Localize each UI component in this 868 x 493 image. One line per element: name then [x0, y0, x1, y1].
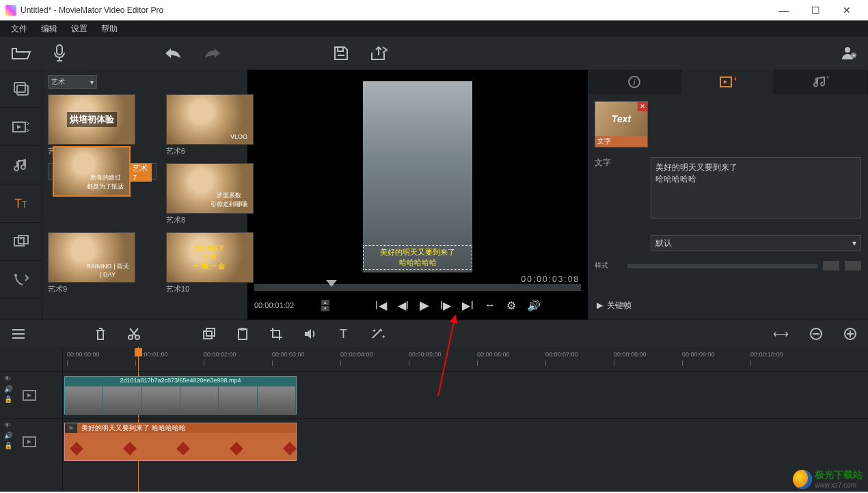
svg-rect-23: [241, 328, 245, 330]
text-clip[interactable]: fx 美好的明天又要到来了 哈哈哈哈哈: [64, 423, 297, 461]
text-effect-item[interactable]: Text ✕ 文字: [595, 101, 648, 147]
minimize-button[interactable]: —: [768, 0, 800, 20]
step-back-button[interactable]: ◀I: [398, 299, 409, 312]
account-button[interactable]: +: [841, 46, 857, 61]
save-button[interactable]: [334, 46, 349, 61]
style-value-box[interactable]: [823, 261, 839, 270]
template-item[interactable]: 所有的路过都是为了抵达艺术7: [48, 163, 157, 180]
audio-icon[interactable]: [303, 328, 317, 340]
video-track-header[interactable]: 👁🔊🔒: [0, 371, 62, 418]
ruler-tick: 00:00:07:00: [545, 351, 578, 358]
undo-button[interactable]: [164, 47, 182, 59]
skip-end-button[interactable]: ▶I: [462, 299, 473, 312]
eye-icon[interactable]: 👁: [4, 375, 12, 382]
playhead-icon[interactable]: [326, 280, 337, 287]
text-track-header[interactable]: 👁🔊🔒: [0, 418, 62, 464]
fit-button[interactable]: ↔: [485, 299, 496, 311]
keyframe-diamond-icon[interactable]: [176, 442, 190, 455]
ruler-tick: 00:00:06:00: [477, 351, 510, 358]
keyframe-diamond-icon[interactable]: [283, 442, 297, 455]
delete-button[interactable]: [94, 327, 107, 341]
svg-text:T: T: [14, 197, 22, 210]
rail-video-effects[interactable]: [0, 108, 42, 146]
lock-icon[interactable]: 🔒: [4, 395, 12, 403]
preview-canvas[interactable]: 美好的明天又要到来了 哈哈哈哈哈 00:00:03:08: [247, 70, 588, 284]
lock-icon[interactable]: 🔒: [4, 442, 12, 449]
tab-audio-fx[interactable]: ✦: [774, 70, 868, 94]
template-panel: 艺术▾ 烘培初体验艺术5VLOG艺术6所有的路过都是为了抵达艺术7罗里系数引你走…: [42, 70, 247, 320]
seekbar[interactable]: [254, 284, 581, 291]
menu-edit[interactable]: 编辑: [34, 23, 64, 35]
rail-text[interactable]: TT: [0, 184, 42, 223]
video-track[interactable]: 2d161a817b7a2c873f65e4820ee3e988.mp4: [63, 371, 868, 418]
rail-audio[interactable]: [0, 146, 42, 184]
window-title: Untitled* - MovieMator Video Editor Pro: [21, 5, 768, 15]
step-fwd-button[interactable]: I▶: [440, 299, 451, 312]
rail-media[interactable]: [0, 70, 42, 108]
redo-button[interactable]: [204, 47, 221, 59]
record-audio-button[interactable]: [53, 44, 66, 62]
zoom-out-button[interactable]: [809, 327, 823, 341]
close-button[interactable]: ✕: [831, 0, 863, 20]
menu-help[interactable]: 帮助: [94, 23, 124, 35]
open-button[interactable]: [11, 46, 31, 61]
zoom-in-button[interactable]: [843, 327, 857, 341]
text-tool-button[interactable]: T: [338, 328, 350, 340]
maximize-button[interactable]: ☐: [800, 0, 831, 20]
preset-select[interactable]: 默认▾: [651, 235, 861, 251]
template-item[interactable]: SUNNY七月一顺一会艺术10: [166, 232, 254, 294]
svg-text:T: T: [22, 200, 27, 210]
preview-panel: 美好的明天又要到来了 哈哈哈哈哈 00:00:03:08 00:00:01:02…: [247, 70, 588, 320]
menu-file[interactable]: 文件: [4, 23, 34, 35]
settings-gear-icon[interactable]: ⚙: [506, 299, 516, 312]
cut-button[interactable]: [127, 327, 141, 341]
template-item[interactable]: RAINING | 雨天 | DAY艺术9: [48, 232, 157, 294]
menu-settings[interactable]: 设置: [64, 23, 94, 35]
template-item[interactable]: VLOG艺术6: [166, 94, 254, 156]
timecode-spinner[interactable]: ▴▾: [321, 300, 329, 311]
keyframe-play-icon[interactable]: ▶: [597, 300, 603, 310]
keyframe-diamond-icon[interactable]: [123, 442, 137, 455]
remove-effect-button[interactable]: ✕: [638, 102, 647, 111]
video-frame: 美好的明天又要到来了 哈哈哈哈哈: [363, 81, 472, 272]
keyframe-diamond-icon[interactable]: [70, 442, 83, 455]
timeline-ruler[interactable]: 00:00:00:0000:00:01:0000:00:02:0000:00:0…: [63, 347, 868, 371]
properties-panel: i ✦ ✦ Text ✕ 文字 文字 美好的明天又要到来了哈哈哈哈哈 默认▾ 样…: [588, 70, 868, 320]
list-button[interactable]: [11, 328, 26, 339]
keyframe-button[interactable]: 关键帧: [607, 300, 632, 311]
text-input[interactable]: 美好的明天又要到来了哈哈哈哈哈: [651, 157, 861, 219]
keyframe-diamond-icon[interactable]: [230, 442, 243, 455]
ruler-tick: 00:00:04:00: [340, 351, 373, 358]
timeline-toolbar: T ✦✦ ⟷: [0, 320, 868, 347]
ruler-tick: 00:00:02:00: [204, 351, 236, 358]
svg-text:T: T: [340, 328, 347, 340]
subtitle-overlay[interactable]: 美好的明天又要到来了 哈哈哈哈哈: [363, 245, 472, 270]
export-button[interactable]: [370, 46, 388, 61]
fx-badge[interactable]: fx: [65, 423, 77, 433]
style-value-box2[interactable]: [845, 261, 861, 270]
volume-icon[interactable]: 🔊: [527, 299, 541, 312]
tab-video-fx[interactable]: ✦: [681, 70, 775, 94]
style-slider[interactable]: [627, 263, 817, 268]
copy-button[interactable]: [202, 328, 216, 340]
template-item[interactable]: 罗里系数引你走到哪哦艺术8: [166, 163, 254, 225]
magic-button[interactable]: ✦✦: [370, 328, 385, 340]
play-button[interactable]: ▶: [420, 298, 429, 313]
text-track[interactable]: fx 美好的明天又要到来了 哈哈哈哈哈: [63, 418, 868, 464]
speaker-icon[interactable]: 🔊: [4, 385, 12, 393]
paste-button[interactable]: [236, 327, 249, 341]
skip-start-button[interactable]: I◀: [375, 299, 386, 312]
speaker-icon[interactable]: 🔊: [4, 432, 12, 439]
rail-transitions[interactable]: [0, 261, 42, 299]
svg-point-1: [845, 47, 850, 53]
category-dropdown[interactable]: 艺术▾: [48, 75, 97, 89]
video-clip[interactable]: 2d161a817b7a2c873f65e4820ee3e988.mp4: [64, 376, 297, 414]
crop-button[interactable]: [269, 327, 283, 341]
eye-icon[interactable]: 👁: [4, 421, 12, 429]
tab-info[interactable]: i: [588, 70, 681, 94]
timecode-input[interactable]: 00:00:01:02: [254, 301, 316, 309]
rail-stickers[interactable]: [0, 223, 42, 261]
timeline: 👁🔊🔒 👁🔊🔒 00:00:00:0000:00:01:0000:00:02:0…: [0, 347, 868, 492]
fit-timeline-button[interactable]: ⟷: [773, 327, 789, 340]
svg-text:✦: ✦: [826, 75, 828, 81]
